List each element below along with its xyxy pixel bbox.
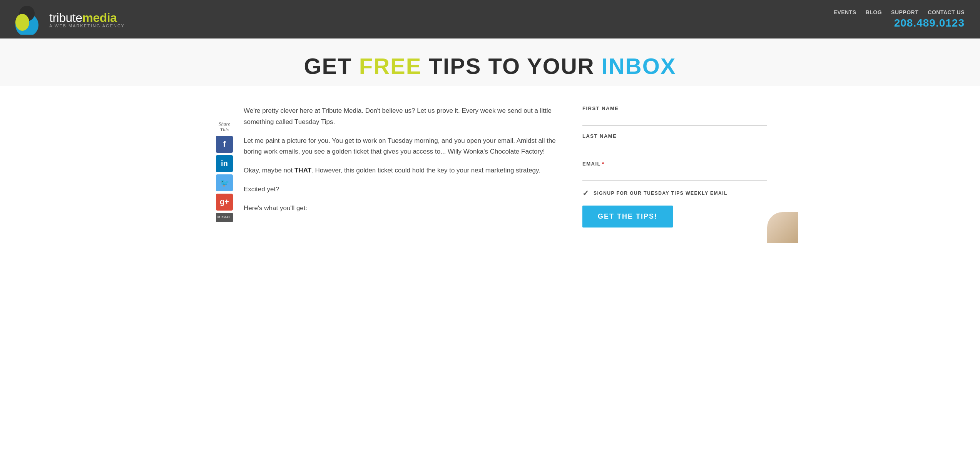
nav-area: EVENTS BLOG SUPPORT CONTACT US 208.489.0… [834,9,965,29]
hero-title-inbox: INBOX [602,54,676,79]
email-group: EMAIL* [582,161,767,181]
main-content: ShareThis f in 🐦 g+ ✉ EMAIL We're pretty… [182,86,798,243]
first-name-input[interactable] [582,114,767,125]
hero-title: GET FREE TIPS TO YOUR INBOX [8,54,972,79]
hero-section: GET FREE TIPS TO YOUR INBOX [0,38,980,86]
logo-area: tributemedia A WEB MARKETING AGENCY [15,4,125,35]
checkmark-icon: ✓ [582,189,589,198]
paragraph-4: Excited yet? [244,184,559,195]
email-input[interactable] [582,169,767,181]
paragraph-3: Okay, maybe not THAT. However, this gold… [244,165,559,176]
signup-form-column: FIRST NAME LAST NAME EMAIL* ✓ SIGNUP FOR… [582,98,767,228]
submit-button[interactable]: GET THE TIPS! [582,206,673,228]
first-name-label: FIRST NAME [582,105,767,111]
svg-point-2 [15,14,29,31]
site-header: tributemedia A WEB MARKETING AGENCY EVEN… [0,0,980,38]
email-share-button[interactable]: ✉ EMAIL [216,213,233,222]
share-sidebar: ShareThis f in 🐦 g+ ✉ EMAIL [213,98,236,228]
last-name-group: LAST NAME [582,133,767,153]
logo-icon [15,4,46,35]
facebook-icon: f [223,140,226,149]
person-image [767,212,798,243]
email-icon: ✉ EMAIL [217,216,231,219]
facebook-share-button[interactable]: f [216,136,233,153]
checkbox-row: ✓ SIGNUP FOR OUR TUESDAY TIPS WEEKLY EMA… [582,189,767,198]
last-name-label: LAST NAME [582,133,767,139]
nav-events[interactable]: EVENTS [834,9,856,15]
left-column: ShareThis f in 🐦 g+ ✉ EMAIL We're pretty… [213,98,559,228]
paragraph-3-before: Okay, maybe not [244,167,294,174]
paragraph-2: Let me paint a picture for you. You get … [244,135,559,158]
checkbox-label: SIGNUP FOR OUR TUESDAY TIPS WEEKLY EMAIL [594,191,727,196]
googleplus-icon: g+ [220,197,229,206]
phone-number: 208.489.0123 [894,17,965,29]
paragraph-1: We're pretty clever here at Tribute Medi… [244,105,559,128]
logo-media: media [82,11,117,25]
twitter-icon: 🐦 [220,178,229,187]
linkedin-share-button[interactable]: in [216,155,233,172]
nav-links: EVENTS BLOG SUPPORT CONTACT US [834,9,965,15]
first-name-group: FIRST NAME [582,105,767,125]
nav-blog[interactable]: BLOG [866,9,882,15]
share-label: ShareThis [219,121,230,133]
email-label: EMAIL* [582,161,767,167]
paragraph-3-bold: THAT [294,167,311,174]
body-text: We're pretty clever here at Tribute Medi… [244,98,559,228]
logo-text: tributemedia A WEB MARKETING AGENCY [49,11,125,28]
last-name-input[interactable] [582,141,767,153]
googleplus-share-button[interactable]: g+ [216,194,233,211]
hero-title-tips: TIPS TO YOUR [421,54,601,79]
paragraph-3-after: . However, this golden ticket could hold… [311,167,540,174]
hero-title-get: GET [304,54,359,79]
twitter-share-button[interactable]: 🐦 [216,174,233,191]
nav-contact-us[interactable]: CONTACT US [928,9,965,15]
hero-title-free: FREE [359,54,422,79]
logo-tagline: A WEB MARKETING AGENCY [49,23,125,28]
required-star: * [602,161,605,167]
linkedin-icon: in [221,159,228,168]
paragraph-5: Here's what you'll get: [244,203,559,214]
person-placeholder [767,212,798,243]
nav-support[interactable]: SUPPORT [891,9,918,15]
logo-tribute: tribute [49,11,82,25]
